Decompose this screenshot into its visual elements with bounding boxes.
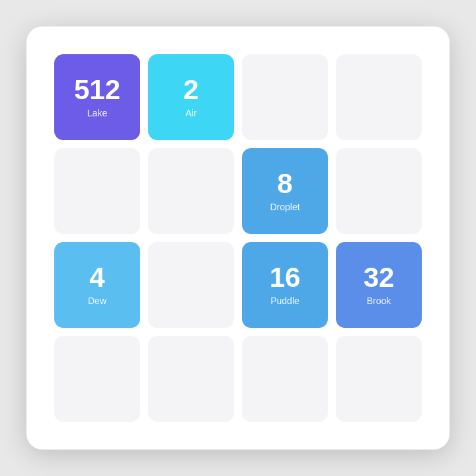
tile-value: 512 — [74, 76, 120, 104]
grid-cell — [148, 242, 234, 328]
grid-cell — [54, 336, 140, 422]
tile-value: 32 — [364, 264, 395, 292]
tile-label: Brook — [367, 296, 391, 306]
tile-label: Air — [185, 108, 196, 118]
grid-cell[interactable]: 2Air — [148, 54, 234, 140]
grid-cell — [242, 336, 328, 422]
tile-value: 16 — [270, 264, 301, 292]
board-container: 512Lake2Air8Droplet4Dew16Puddle32Brook — [26, 26, 450, 450]
tile-value: 2 — [183, 76, 198, 104]
grid-cell[interactable]: 4Dew — [54, 242, 140, 328]
grid-cell[interactable]: 32Brook — [336, 242, 422, 328]
grid-cell — [148, 148, 234, 234]
tile-value: 8 — [277, 170, 292, 198]
tile-label: Puddle — [270, 296, 299, 306]
tile-label: Droplet — [270, 202, 299, 212]
grid-cell — [336, 336, 422, 422]
game-grid: 512Lake2Air8Droplet4Dew16Puddle32Brook — [54, 54, 422, 422]
grid-cell[interactable]: 512Lake — [54, 54, 140, 140]
tile-label: Lake — [87, 108, 107, 118]
grid-cell[interactable]: 8Droplet — [242, 148, 328, 234]
grid-cell — [242, 54, 328, 140]
tile-value: 4 — [89, 264, 104, 292]
grid-cell — [54, 148, 140, 234]
grid-cell[interactable]: 16Puddle — [242, 242, 328, 328]
grid-cell — [148, 336, 234, 422]
grid-cell — [336, 54, 422, 140]
grid-cell — [336, 148, 422, 234]
tile-label: Dew — [88, 296, 106, 306]
